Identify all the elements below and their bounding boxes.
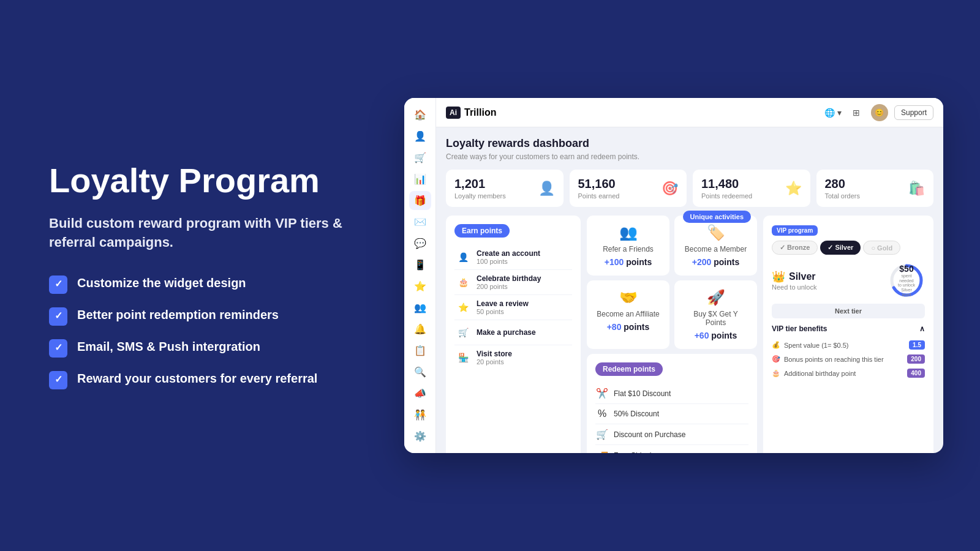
affiliate-points: +80 points	[607, 322, 650, 332]
tier-silver-button[interactable]: ✓ Silver	[820, 241, 861, 255]
stat-label: Points earned	[578, 192, 620, 200]
sidebar-megaphone-icon[interactable]: 📣	[409, 384, 431, 403]
earn-item: 🏪 Visit store20 points	[454, 345, 572, 370]
affiliate-label: Become an Affiliate	[597, 310, 660, 318]
earn-item: 🛒 Make a purchase	[454, 320, 572, 345]
logo-text: Trillion	[464, 107, 496, 118]
stat-icon: ⭐	[785, 181, 802, 197]
logo: Ai Trillion	[446, 107, 496, 119]
translate-icon[interactable]: 🌐 ▾	[824, 104, 842, 121]
tier-bronze-button[interactable]: ✓ Bronze	[772, 241, 818, 255]
refer-label: Refer a Friends	[603, 245, 654, 253]
sidebar-cart-icon[interactable]: 🛒	[409, 148, 431, 167]
unique-activities-badge: Unique activities	[683, 211, 751, 223]
right-panel: 🏠 👤 🛒 📊 🎁 ✉️ 💬 📱 ⭐ 👥 🔔 📋 🔍 📣 🧑‍🤝‍🧑 ⚙️ Ai	[392, 86, 980, 465]
topbar-right: 🌐 ▾ ⊞ 😊 Support	[824, 104, 933, 121]
stat-value: 11,480	[701, 177, 752, 191]
sidebar-group-icon[interactable]: 👥	[409, 298, 431, 317]
next-tier-button[interactable]: Next tier	[772, 304, 925, 318]
grid-icon[interactable]: ⊞	[848, 104, 865, 121]
avatar[interactable]: 😊	[871, 104, 888, 121]
redeem-purchase: 🛒 Discount on Purchase	[595, 424, 748, 445]
percent-discount-label: 50% Discount	[614, 410, 659, 418]
redeem-flat: ✂️ Flat $10 Discount	[595, 383, 748, 404]
buy-label: Buy $X Get Y Points	[683, 310, 748, 327]
activities-section: Unique activities 👥 Refer a Friends +100…	[587, 216, 757, 349]
benefits-collapse-icon[interactable]: ∧	[919, 324, 925, 333]
sidebar-user-icon[interactable]: 👤	[409, 127, 431, 146]
stat-label: Total orders	[825, 192, 860, 200]
sidebar-people-icon[interactable]: 🧑‍🤝‍🧑	[409, 405, 431, 424]
sidebar-gift-icon[interactable]: 🎁	[409, 191, 431, 210]
sidebar-chat-icon[interactable]: 💬	[409, 234, 431, 253]
sidebar-mail-icon[interactable]: ✉️	[409, 212, 431, 231]
sidebar-whatsapp-icon[interactable]: 📱	[409, 255, 431, 274]
sidebar: 🏠 👤 🛒 📊 🎁 ✉️ 💬 📱 ⭐ 👥 🔔 📋 🔍 📣 🧑‍🤝‍🧑 ⚙️	[404, 98, 436, 453]
middle-row: Earn points 👤 Create an account100 point…	[446, 216, 933, 453]
benefit-bonus-points: 🎯 Bonus points on reaching this tier 200	[772, 352, 925, 366]
purchase-discount-label: Discount on Purchase	[614, 430, 685, 439]
earn-account-icon: 👤	[454, 249, 472, 266]
earn-visit-icon: 🏪	[454, 349, 472, 366]
support-button[interactable]: Support	[894, 105, 933, 120]
logo-prefix: Ai	[446, 107, 461, 119]
redeem-percent: % 50% Discount	[595, 404, 748, 424]
dashboard: 🏠 👤 🛒 📊 🎁 ✉️ 💬 📱 ⭐ 👥 🔔 📋 🔍 📣 🧑‍🤝‍🧑 ⚙️ Ai	[404, 98, 943, 453]
birthday-badge: 400	[907, 369, 925, 378]
earn-item: ⭐ Leave a review50 points	[454, 295, 572, 320]
stat-value: 51,160	[578, 177, 620, 191]
check-icon: ✓	[49, 339, 67, 358]
birthday-icon: 🎂	[772, 369, 780, 377]
sidebar-copy-icon[interactable]: 📋	[409, 341, 431, 360]
vip-benefits-title: VIP tier benefits ∧	[772, 324, 925, 333]
benefit-spent-value: 💰 Spent value (1= $0.5) 1.5	[772, 338, 925, 352]
feature-list: ✓Customize the widget design✓Better poin…	[49, 274, 355, 389]
earn-purchase-icon: 🛒	[454, 324, 472, 341]
stat-value: 1,201	[454, 177, 506, 191]
vip-circle-label: spentneeded to unlockSilver level	[897, 274, 916, 297]
sidebar-settings-icon[interactable]: ⚙️	[409, 427, 431, 446]
bonus-label: Bonus points on reaching this tier	[784, 356, 884, 363]
stat-icon: 👤	[538, 181, 555, 197]
page-subtitle: Create ways for your customers to earn a…	[446, 152, 933, 161]
stat-card: 11,480 Points redeemed ⭐	[693, 170, 810, 207]
vip-tier-sub: Need to unlock	[772, 283, 816, 291]
page-content: Loyalty rewards dashboard Create ways fo…	[436, 127, 943, 453]
activity-refer: 👥 Refer a Friends +100 points	[587, 216, 669, 276]
vip-tiers: ✓ Bronze ✓ Silver ○ Gold	[772, 241, 925, 255]
earn-points-title: Earn points	[454, 224, 510, 238]
flat-discount-label: Flat $10 Discount	[614, 389, 671, 398]
vip-info-row: 👑 Silver Need to unlock	[772, 262, 925, 299]
stat-value: 280	[825, 177, 860, 191]
stat-card: 1,201 Loyalty members 👤	[446, 170, 564, 207]
benefit-birthday-points: 🎂 Additional birthday point 400	[772, 366, 925, 380]
earn-item: 👤 Create an account100 points	[454, 245, 572, 270]
sidebar-chart-icon[interactable]: 📊	[409, 170, 431, 189]
refer-points: +100 points	[605, 257, 652, 267]
main-title: Loyalty Program	[49, 162, 355, 200]
feature-item: ✓Customize the widget design	[49, 274, 355, 294]
bonus-icon: 🎯	[772, 355, 780, 363]
stat-label: Loyalty members	[454, 192, 506, 200]
percent-discount-icon: %	[595, 408, 609, 419]
check-icon: ✓	[49, 307, 67, 326]
stat-icon: 🛍️	[908, 181, 925, 197]
stat-card: 51,160 Points earned 🎯	[570, 170, 687, 207]
sidebar-search-icon[interactable]: 🔍	[409, 362, 431, 381]
sidebar-bell-icon[interactable]: 🔔	[409, 320, 431, 339]
activities-grid: 👥 Refer a Friends +100 points 🏷️ Become …	[587, 216, 757, 349]
activities-redeem-col: Unique activities 👥 Refer a Friends +100…	[587, 216, 757, 453]
flat-discount-icon: ✂️	[595, 388, 609, 399]
feature-item: ✓Email, SMS & Push intergration	[49, 338, 355, 358]
sidebar-home-icon[interactable]: 🏠	[409, 105, 431, 124]
feature-item: ✓Reward your customers for every referra…	[49, 370, 355, 389]
feature-item: ✓Better point redemption reminders	[49, 306, 355, 326]
check-icon: ✓	[49, 371, 67, 389]
stats-row: 1,201 Loyalty members 👤 51,160 Points ea…	[446, 170, 933, 207]
buy-points: +60 points	[695, 331, 737, 340]
sidebar-star-icon[interactable]: ⭐	[409, 277, 431, 296]
redeem-shipping: 🚚 Free Shipping	[595, 445, 748, 453]
tier-gold-button[interactable]: ○ Gold	[863, 241, 900, 255]
free-shipping-icon: 🚚	[595, 449, 609, 453]
earn-item: 🎂 Celebrate birthday200 points	[454, 270, 572, 295]
